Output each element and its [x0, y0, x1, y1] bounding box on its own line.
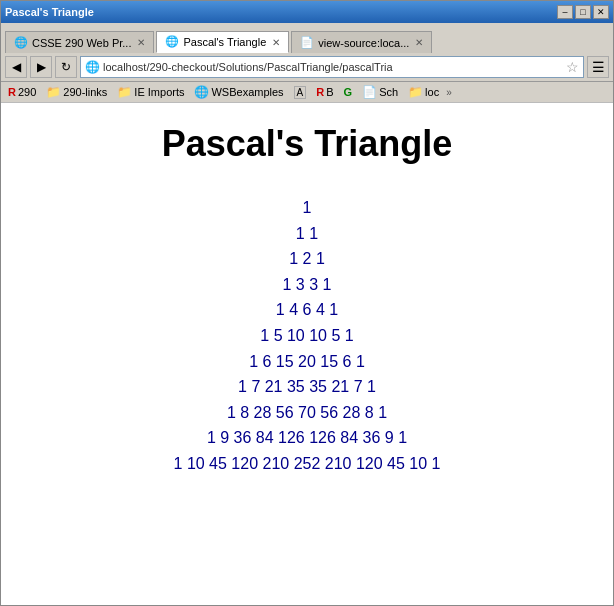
bookmark-ie-imports-label: IE Imports — [134, 86, 184, 98]
bookmark-sch[interactable]: 📄 Sch — [359, 84, 401, 100]
refresh-button[interactable]: ↻ — [55, 56, 77, 78]
back-button[interactable]: ◀ — [5, 56, 27, 78]
title-bar-text: Pascal's Triangle — [5, 6, 94, 18]
tab-pascal[interactable]: 🌐 Pascal's Triangle ✕ — [156, 31, 289, 53]
browser-window: Pascal's Triangle – □ ✕ 🌐 CSSE 290 Web P… — [0, 0, 614, 606]
triangle-row: 1 — [303, 195, 312, 221]
triangle-row: 1 6 15 20 15 6 1 — [249, 349, 365, 375]
bookmark-rb-label: B — [326, 86, 333, 98]
bookmark-loc-icon: 📁 — [408, 85, 423, 99]
bookmark-ie-imports[interactable]: 📁 IE Imports — [114, 84, 187, 100]
title-bar: Pascal's Triangle – □ ✕ — [1, 1, 613, 23]
triangle-row: 1 10 45 120 210 252 210 120 45 10 1 — [174, 451, 441, 477]
bookmark-loc[interactable]: 📁 loc — [405, 84, 442, 100]
address-icon: 🌐 — [85, 60, 100, 74]
bookmark-290links[interactable]: 📁 290-links — [43, 84, 110, 100]
bookmark-290links-label: 290-links — [63, 86, 107, 98]
bookmark-g[interactable]: G — [341, 85, 356, 99]
bookmark-loc-label: loc — [425, 86, 439, 98]
menu-button[interactable]: ☰ — [587, 56, 609, 78]
bookmark-star-icon[interactable]: ☆ — [566, 59, 579, 75]
tab-icon-csse290: 🌐 — [14, 36, 28, 50]
close-button[interactable]: ✕ — [593, 5, 609, 19]
address-bar[interactable]: 🌐 localhost/290-checkout/Solutions/Pasca… — [80, 56, 584, 78]
nav-bar: ◀ ▶ ↻ 🌐 localhost/290-checkout/Solutions… — [5, 56, 609, 78]
tab-label-viewsource: view-source:loca... — [318, 37, 409, 49]
tab-bar: 🌐 CSSE 290 Web Pr... ✕ 🌐 Pascal's Triang… — [1, 23, 613, 53]
bookmark-290-label: 290 — [18, 86, 36, 98]
tab-icon-pascal: 🌐 — [165, 35, 179, 49]
bookmark-290links-icon: 📁 — [46, 85, 61, 99]
triangle-row: 1 9 36 84 126 126 84 36 9 1 — [207, 425, 407, 451]
bookmark-290-icon: R — [8, 86, 16, 98]
bookmark-290[interactable]: R 290 — [5, 85, 39, 99]
bookmark-a[interactable]: A — [291, 85, 310, 100]
toolbar-area: ◀ ▶ ↻ 🌐 localhost/290-checkout/Solutions… — [1, 53, 613, 82]
bookmarks-more-button[interactable]: » — [446, 87, 452, 98]
triangle-row: 1 7 21 35 35 21 7 1 — [238, 374, 376, 400]
triangle-row: 1 2 1 — [289, 246, 325, 272]
bookmark-a-icon: A — [294, 86, 307, 99]
tab-label-pascal: Pascal's Triangle — [183, 36, 266, 48]
bookmark-sch-label: Sch — [379, 86, 398, 98]
bookmark-wsbexamples[interactable]: 🌐 WSBexamples — [191, 84, 286, 100]
bookmark-wsbexamples-icon: 🌐 — [194, 85, 209, 99]
bookmark-sch-icon: 📄 — [362, 85, 377, 99]
bookmark-ie-imports-icon: 📁 — [117, 85, 132, 99]
bookmark-rb-icon: R — [316, 86, 324, 98]
bookmark-wsbexamples-label: WSBexamples — [211, 86, 283, 98]
triangle-row: 1 1 — [296, 221, 318, 247]
triangle-row: 1 8 28 56 70 56 28 8 1 — [227, 400, 387, 426]
tab-csse290[interactable]: 🌐 CSSE 290 Web Pr... ✕ — [5, 31, 154, 53]
bookmark-rb[interactable]: R B — [313, 85, 336, 99]
address-text: localhost/290-checkout/Solutions/PascalT… — [103, 61, 563, 73]
title-bar-controls: – □ ✕ — [557, 5, 609, 19]
triangle-row: 1 4 6 4 1 — [276, 297, 338, 323]
page-title: Pascal's Triangle — [162, 123, 453, 165]
bookmarks-bar: R 290 📁 290-links 📁 IE Imports 🌐 WSBexam… — [1, 82, 613, 103]
triangle-row: 1 5 10 10 5 1 — [260, 323, 353, 349]
maximize-button[interactable]: □ — [575, 5, 591, 19]
tab-viewsource[interactable]: 📄 view-source:loca... ✕ — [291, 31, 432, 53]
minimize-button[interactable]: – — [557, 5, 573, 19]
forward-button[interactable]: ▶ — [30, 56, 52, 78]
page-content: Pascal's Triangle 11 11 2 11 3 3 11 4 6 … — [1, 103, 613, 605]
tab-label-csse290: CSSE 290 Web Pr... — [32, 37, 131, 49]
tab-close-viewsource[interactable]: ✕ — [415, 37, 423, 48]
pascal-triangle: 11 11 2 11 3 3 11 4 6 4 11 5 10 10 5 11 … — [174, 195, 441, 477]
bookmark-g-icon: G — [344, 86, 353, 98]
tab-icon-viewsource: 📄 — [300, 36, 314, 50]
tab-close-pascal[interactable]: ✕ — [272, 37, 280, 48]
tab-close-csse290[interactable]: ✕ — [137, 37, 145, 48]
triangle-row: 1 3 3 1 — [283, 272, 332, 298]
